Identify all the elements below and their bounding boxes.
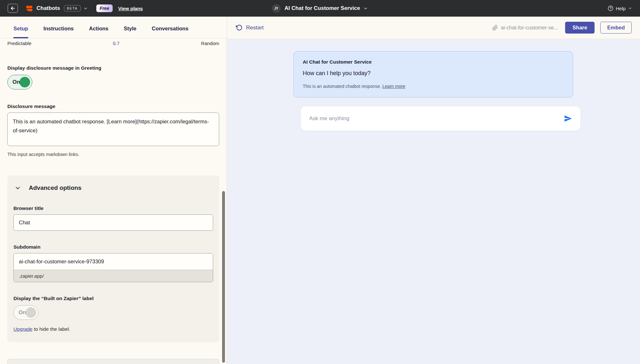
advanced-options-card: Advanced options Browser title Subdomain… xyxy=(7,175,219,342)
bot-title-group[interactable]: JY AI Chat for Customer Service xyxy=(272,0,368,17)
built-on-zapier-label: Display the “Built on Zapier” label xyxy=(13,296,213,301)
chat-preview-panel: Restart ai-chat-for-customer-se... Share… xyxy=(227,17,640,364)
browser-title-label: Browser title xyxy=(13,205,213,211)
creativity-slider-labels: Predictable 0.7 Random xyxy=(7,41,219,46)
save-changes-button[interactable]: Save changes xyxy=(7,359,219,364)
subdomain-input[interactable] xyxy=(14,253,213,270)
toggle-state-label: On xyxy=(19,309,26,316)
greeting-message: How can I help you today? xyxy=(303,70,564,77)
disclosure-message-label: Disclosure message xyxy=(7,104,219,109)
greeting-message-card: AI Chat for Customer Service How can I h… xyxy=(293,51,573,97)
paperclip-icon xyxy=(492,25,498,31)
restart-label: Restart xyxy=(246,25,264,31)
help-circle-icon xyxy=(608,5,613,11)
greeting-disclosure: This is an automated chatbot response. L… xyxy=(303,84,564,89)
disclosure-toggle-label: Display disclosure message in Greeting xyxy=(7,65,219,71)
back-arrow-icon xyxy=(10,5,16,11)
bot-avatar: JY xyxy=(272,4,281,13)
top-bar-right: Help xyxy=(608,5,632,11)
disclosure-message-textarea[interactable]: This is an automated chatbot response. [… xyxy=(7,112,219,146)
help-label: Help xyxy=(616,6,626,11)
toggle-state-label: On xyxy=(12,79,20,85)
tab-conversations[interactable]: Conversations xyxy=(152,26,188,38)
tab-actions[interactable]: Actions xyxy=(89,26,108,38)
preview-toolbar-right: ai-chat-for-customer-se... Share Embed xyxy=(492,22,632,34)
disclosure-toggle[interactable]: On xyxy=(7,75,32,89)
help-menu[interactable]: Help xyxy=(608,5,632,11)
beta-badge: BETA xyxy=(64,5,81,12)
chat-input-bar xyxy=(301,106,580,131)
advanced-options-header[interactable]: Advanced options xyxy=(13,184,213,191)
top-bar-left: Chatbots BETA Free View plans xyxy=(8,4,143,13)
disclosure-helper-text: This input accepts markdown links. xyxy=(7,152,219,157)
upgrade-line-text: to hide the label. xyxy=(32,326,70,332)
chat-message-input[interactable] xyxy=(309,115,564,122)
upgrade-link[interactable]: Upgrade xyxy=(13,326,32,332)
tab-style[interactable]: Style xyxy=(124,26,136,38)
chatbot-url-text: ai-chat-for-customer-se... xyxy=(501,25,558,31)
setup-panel: Setup Instructions Actions Style Convers… xyxy=(0,17,227,364)
toggle-knob xyxy=(26,307,36,318)
subdomain-group: .zapier.app/ xyxy=(13,253,213,282)
tab-setup[interactable]: Setup xyxy=(13,26,28,38)
preview-toolbar: Restart ai-chat-for-customer-se... Share… xyxy=(227,17,640,39)
main-layout: Setup Instructions Actions Style Convers… xyxy=(0,17,640,364)
view-plans-link[interactable]: View plans xyxy=(118,6,143,11)
greeting-bot-name: AI Chat for Customer Service xyxy=(303,59,564,65)
advanced-options-title: Advanced options xyxy=(29,184,82,191)
toggle-knob xyxy=(20,77,30,88)
chatbots-logo-icon xyxy=(26,5,33,12)
share-button[interactable]: Share xyxy=(565,22,595,34)
chevron-down-icon xyxy=(363,6,368,11)
back-button[interactable] xyxy=(8,4,18,13)
creativity-right-label: Random xyxy=(201,41,219,46)
app-name: Chatbots xyxy=(36,5,60,12)
embed-button[interactable]: Embed xyxy=(600,22,632,34)
upgrade-line: Upgrade to hide the label. xyxy=(13,326,213,332)
send-icon[interactable] xyxy=(564,114,572,123)
chevron-down-icon xyxy=(14,185,21,191)
greeting-disclosure-text: This is an automated chatbot response. xyxy=(303,84,382,89)
chat-stage: AI Chat for Customer Service How can I h… xyxy=(227,39,640,364)
chevron-down-icon[interactable] xyxy=(83,6,88,11)
panel-tabs: Setup Instructions Actions Style Convers… xyxy=(0,17,227,38)
bot-title: AI Chat for Customer Service xyxy=(284,5,360,12)
setup-form: Predictable 0.7 Random Display disclosur… xyxy=(0,41,227,364)
browser-title-input[interactable] xyxy=(13,214,213,231)
panel-scrollbar[interactable] xyxy=(222,191,225,363)
restart-icon xyxy=(236,24,243,31)
chatbot-url[interactable]: ai-chat-for-customer-se... xyxy=(492,25,558,31)
built-on-zapier-toggle[interactable]: On xyxy=(13,305,38,320)
restart-button[interactable]: Restart xyxy=(236,24,264,31)
creativity-value: 0.7 xyxy=(31,41,201,46)
creativity-left-label: Predictable xyxy=(7,41,31,46)
free-plan-badge: Free xyxy=(96,4,113,12)
chevron-down-icon xyxy=(628,6,632,11)
learn-more-link[interactable]: Learn more xyxy=(382,84,405,89)
subdomain-suffix: .zapier.app/ xyxy=(14,270,213,282)
tab-instructions[interactable]: Instructions xyxy=(44,26,74,38)
subdomain-label: Subdomain xyxy=(13,244,213,250)
top-bar: Chatbots BETA Free View plans JY AI Chat… xyxy=(0,0,640,17)
